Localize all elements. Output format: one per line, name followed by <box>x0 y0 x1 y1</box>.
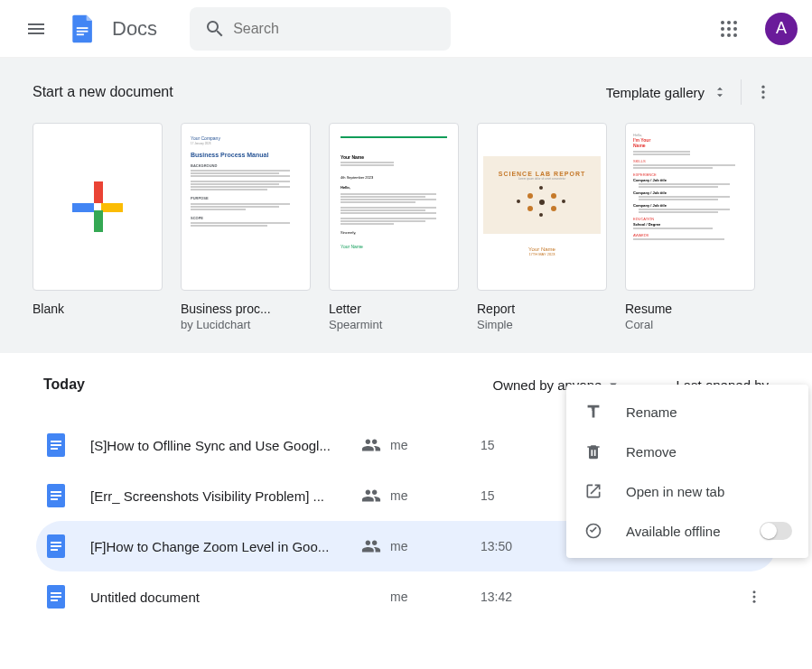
template-report[interactable]: SCIENCE LAB REPORT Lorem ipsum dolor sit… <box>477 123 607 331</box>
doc-owner: me <box>390 539 435 553</box>
menu-item-remove[interactable]: Remove <box>566 432 808 471</box>
header: Docs A <box>0 0 812 58</box>
template-sub: by Lucidchart <box>181 318 311 331</box>
svg-point-14 <box>761 96 764 98</box>
open-new-tab-icon <box>583 482 604 500</box>
svg-rect-18 <box>51 448 58 450</box>
divider <box>741 79 742 105</box>
svg-point-5 <box>733 21 737 24</box>
docs-logo-icon <box>67 13 99 45</box>
menu-label: Rename <box>626 404 677 420</box>
template-sub: Spearmint <box>329 318 459 331</box>
svg-rect-17 <box>51 444 61 446</box>
svg-rect-31 <box>51 592 61 594</box>
search-input[interactable] <box>233 21 443 37</box>
search-icon <box>197 11 233 47</box>
svg-rect-16 <box>51 441 61 442</box>
main-menu-button[interactable] <box>14 7 58 51</box>
menu-item-open-tab[interactable]: Open in new tab <box>566 471 808 511</box>
svg-point-35 <box>753 596 756 599</box>
svg-rect-33 <box>51 599 58 601</box>
menu-item-available-offline[interactable]: Available offline <box>566 511 808 551</box>
offline-toggle[interactable] <box>760 522 792 540</box>
template-name: Report <box>477 302 607 316</box>
hamburger-icon <box>25 18 47 40</box>
doc-time: 13:42 <box>481 590 589 604</box>
svg-point-36 <box>753 600 756 603</box>
plus-icon <box>72 181 123 232</box>
template-heading: Start a new document <box>33 84 173 100</box>
template-gallery-label: Template gallery <box>606 85 705 100</box>
svg-rect-1 <box>77 30 89 32</box>
offline-icon <box>583 522 604 540</box>
svg-rect-32 <box>51 596 61 598</box>
menu-label: Available offline <box>626 524 721 539</box>
doc-owner: me <box>390 590 435 604</box>
rename-icon <box>583 402 604 422</box>
template-name: Blank <box>33 302 163 316</box>
template-name: Resume <box>625 302 755 316</box>
shared-icon <box>361 435 381 455</box>
docs-file-icon <box>43 584 69 609</box>
svg-rect-20 <box>51 491 61 493</box>
trash-icon <box>583 442 604 460</box>
template-blank[interactable]: Blank <box>33 123 163 331</box>
template-more-button[interactable] <box>747 76 779 108</box>
section-label: Today <box>43 376 85 393</box>
template-letter[interactable]: Your Name 4th September 2023 Hello, Sinc… <box>329 123 459 331</box>
doc-owner: me <box>390 438 435 452</box>
svg-rect-0 <box>77 27 89 29</box>
doc-owner: me <box>390 488 435 503</box>
svg-rect-26 <box>51 549 58 551</box>
svg-point-11 <box>733 33 737 37</box>
docs-file-icon <box>43 483 69 508</box>
app-title: Docs <box>112 17 157 41</box>
docs-file-icon <box>43 534 69 559</box>
svg-point-10 <box>727 33 731 37</box>
template-sub: Coral <box>625 318 755 331</box>
svg-rect-2 <box>77 33 84 35</box>
svg-rect-22 <box>51 498 58 500</box>
doc-row[interactable]: Untitled document me 13:42 <box>36 571 776 622</box>
template-section: Start a new document Template gallery Bl… <box>0 58 812 353</box>
unfold-icon <box>712 84 728 100</box>
docs-logo[interactable] <box>65 11 101 47</box>
docs-file-icon <box>43 432 69 458</box>
row-more-button[interactable] <box>740 589 769 605</box>
shared-icon <box>361 486 381 506</box>
doc-title: Untitled document <box>90 590 361 605</box>
svg-rect-25 <box>51 545 61 547</box>
template-business-process[interactable]: Your Company 17 January 2023 Business Pr… <box>181 123 311 331</box>
context-menu: Rename Remove Open in new tab Available … <box>566 385 808 558</box>
account-avatar[interactable]: A <box>765 13 798 45</box>
template-name: Letter <box>329 302 459 316</box>
search-box[interactable] <box>190 7 450 51</box>
svg-point-6 <box>721 27 724 31</box>
svg-point-8 <box>733 27 737 31</box>
more-vert-icon <box>754 83 772 101</box>
svg-rect-21 <box>51 495 61 497</box>
apps-grid-icon <box>720 20 738 38</box>
menu-label: Open in new tab <box>626 484 724 499</box>
svg-point-3 <box>721 21 724 24</box>
shared-icon <box>361 536 381 556</box>
template-gallery-button[interactable]: Template gallery <box>606 84 728 100</box>
svg-point-7 <box>727 27 731 31</box>
svg-rect-24 <box>51 542 61 544</box>
doc-title: [S]How to Oflline Sync and Use Googl... <box>90 438 361 453</box>
menu-item-rename[interactable]: Rename <box>566 392 808 432</box>
template-resume[interactable]: Hello, I'm YourName SKILLS EXPERIENCE Co… <box>625 123 755 331</box>
doc-title: [F]How to Change Zoom Level in Goo... <box>90 539 361 554</box>
google-apps-button[interactable] <box>711 11 747 47</box>
more-vert-icon <box>746 589 762 605</box>
svg-point-9 <box>721 33 724 37</box>
template-sub: Simple <box>477 318 607 331</box>
svg-point-34 <box>753 590 756 593</box>
menu-label: Remove <box>626 444 677 460</box>
svg-point-4 <box>727 21 731 24</box>
template-name: Business proc... <box>181 302 311 316</box>
svg-point-13 <box>761 90 764 93</box>
svg-point-12 <box>761 86 764 88</box>
doc-title: [Err_ Screenshots Visibility Problem] ..… <box>90 488 361 504</box>
